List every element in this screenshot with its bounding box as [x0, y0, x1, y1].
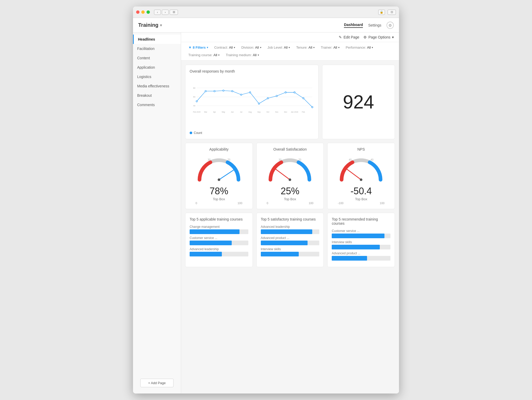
svg-text:40: 40 [349, 158, 352, 161]
bar-label-2: Interview skills [261, 247, 320, 251]
maximize-button[interactable] [147, 10, 150, 14]
svg-point-38 [289, 178, 291, 181]
applicability-range: 0 100 [196, 202, 242, 205]
top5-applicable-title: Top 5 applicable training courses [190, 217, 248, 221]
filter-count-chip[interactable]: ▼ 8 Filters ▾ [186, 45, 210, 50]
bar-fill-1 [261, 241, 308, 245]
close-button[interactable] [136, 10, 139, 14]
svg-text:30: 30 [208, 158, 211, 161]
nav-dashboard[interactable]: Dashboard [344, 23, 363, 28]
minimize-button[interactable] [141, 10, 145, 14]
filter-contract[interactable]: Contract: All ▾ [212, 45, 237, 50]
gear-icon: ⚙ [363, 35, 367, 39]
bar-chart-item: Interview skills [261, 247, 320, 256]
action-bar: ✎ Edit Page ⚙ Page Options ▾ [181, 33, 399, 42]
filter-training-medium[interactable]: Training medium: All ▾ [224, 52, 261, 58]
nps-gauge: 40 40 [338, 155, 384, 184]
satisfaction-label: Top Box [261, 197, 320, 201]
svg-text:Aug: Aug [249, 111, 252, 113]
svg-point-7 [205, 91, 206, 92]
content-area: Overall responses by month 80 60 40 [181, 61, 399, 271]
satisfaction-card: Overall Satisfacation [256, 143, 324, 209]
svg-point-43 [360, 178, 362, 181]
svg-point-9 [223, 90, 224, 91]
applicability-max: 100 [237, 202, 242, 205]
satisfaction-range: 0 100 [267, 202, 313, 205]
page-options-label: Page Options [368, 35, 390, 39]
filter-funnel-icon: ▼ [188, 46, 192, 49]
back-button[interactable]: ‹ [154, 10, 161, 15]
svg-text:30: 30 [279, 158, 282, 161]
filter-performance[interactable]: Performance: All ▾ [344, 45, 375, 50]
chart-row: Overall responses by month 80 60 40 [185, 65, 395, 139]
filter-training-course[interactable]: Training course: All ▾ [186, 52, 222, 58]
nav-settings[interactable]: Settings [368, 23, 381, 27]
bar-label-0: Advanced leadership [261, 225, 320, 229]
satisfaction-max: 100 [309, 202, 313, 205]
tenure-chevron-icon: ▾ [313, 46, 315, 49]
sidebar-item-facilitation[interactable]: Facilitation [133, 44, 181, 53]
bar-chart-item: Customer service ... [332, 229, 390, 238]
svg-text:Apr: Apr [213, 111, 216, 113]
svg-line-42 [346, 169, 361, 180]
top5-recommended-card: Top 5 recommended training courses Custo… [327, 213, 395, 267]
sidebar-item-media-effectiveness[interactable]: Media effectiveness [133, 81, 181, 91]
add-page-button[interactable]: + Add Page [140, 379, 174, 387]
svg-text:Feb 2015: Feb 2015 [193, 111, 201, 113]
bar-label-2: Advanced leadership [190, 247, 248, 251]
view-toggle-button[interactable]: ⊟ [170, 10, 178, 15]
avatar[interactable]: ⊙ [387, 22, 394, 29]
svg-point-11 [241, 94, 242, 95]
sidebar-item-breakout[interactable]: Breakout [133, 91, 181, 100]
page-options-button[interactable]: ⚙ Page Options ▾ [363, 35, 394, 39]
app-title-text: Training [138, 22, 158, 28]
nav-arrows: ‹ › ⊟ [154, 10, 178, 15]
division-chevron-icon: ▾ [260, 46, 261, 49]
filter-trainer[interactable]: Trainer: All ▾ [319, 45, 342, 50]
sidebar-item-content[interactable]: Content [133, 53, 181, 63]
svg-point-6 [196, 101, 197, 102]
satisfaction-value: 25% [261, 186, 320, 197]
topbar-right: Dashboard Settings ⊙ [344, 22, 394, 29]
line-chart-card: Overall responses by month 80 60 40 [185, 65, 318, 139]
bar-chart-item: Advanced product ... [332, 251, 390, 261]
sidebar: Headlines Facilitation Content Applicati… [133, 33, 181, 393]
split-button[interactable]: ⊡ [388, 10, 396, 15]
filter-chevron-icon: ▾ [207, 46, 208, 49]
svg-text:May: May [222, 111, 225, 113]
nps-title: NPS [332, 147, 390, 151]
svg-text:70: 70 [227, 158, 230, 161]
svg-point-15 [276, 95, 277, 96]
edit-page-button[interactable]: ✎ Edit Page [339, 35, 359, 39]
app-window: ‹ › ⊟ 🔒 ⊡ Training ▾ Dashboard Settings … [133, 7, 399, 393]
svg-text:60: 60 [193, 96, 195, 98]
title-chevron-icon: ▾ [160, 23, 162, 27]
svg-text:Mar: Mar [204, 111, 207, 113]
bar-track-1 [261, 241, 320, 245]
filter-job-level[interactable]: Job Level: All ▾ [265, 45, 292, 50]
filter-division[interactable]: Division: All ▾ [239, 45, 263, 50]
sidebar-item-logistics[interactable]: Logistics [133, 72, 181, 81]
svg-text:Jan 2016: Jan 2016 [291, 111, 298, 113]
forward-button[interactable]: › [162, 10, 169, 15]
window-controls [136, 10, 150, 14]
chart-legend: Count [190, 131, 314, 135]
sidebar-item-comments[interactable]: Comments [133, 100, 181, 109]
nps-range: -100 100 [338, 202, 384, 205]
app-title[interactable]: Training ▾ [138, 22, 162, 28]
satisfaction-gauge-svg: 30 70 [267, 155, 313, 184]
bar-fill-2 [332, 256, 367, 261]
sidebar-item-headlines[interactable]: Headlines [133, 35, 181, 44]
performance-chevron-icon: ▾ [372, 46, 373, 49]
sidebar-item-application[interactable]: Application [133, 63, 181, 72]
bar-track-1 [332, 245, 390, 249]
svg-text:80: 80 [193, 87, 195, 89]
line-chart: 80 60 40 [190, 77, 314, 129]
bar-chart-item: Interview skills [332, 240, 390, 249]
lock-button[interactable]: 🔒 [378, 10, 385, 15]
applicability-label: Top Box [190, 197, 248, 201]
bar-track-0 [261, 229, 320, 234]
filter-tenure[interactable]: Tenure: All ▾ [294, 45, 317, 50]
edit-page-label: Edit Page [343, 35, 359, 39]
nps-label: Top Box [332, 197, 390, 201]
